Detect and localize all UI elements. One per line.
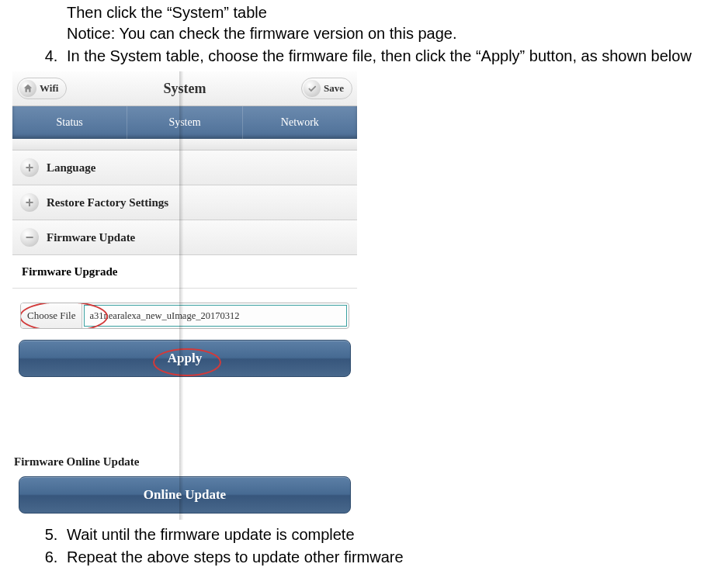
- online-update-button[interactable]: Online Update: [19, 476, 351, 514]
- wifi-label: Wifi: [40, 82, 58, 95]
- plus-icon: +: [20, 158, 39, 177]
- tab-bar: Status System Network: [12, 106, 357, 139]
- save-button[interactable]: Save: [301, 78, 352, 99]
- chosen-file-name: a31nearalexa_new_uImage_20170312: [84, 305, 347, 327]
- acc-language-label: Language: [47, 161, 95, 175]
- acc-restore-label: Restore Factory Settings: [47, 196, 168, 209]
- step6-text: Repeat the above steps to update other f…: [67, 548, 404, 566]
- step-6: Repeat the above steps to update other f…: [62, 547, 717, 568]
- acc-firmware-update[interactable]: − Firmware Update: [12, 220, 357, 255]
- tab-status[interactable]: Status: [12, 106, 127, 139]
- apply-button[interactable]: Apply: [19, 340, 351, 377]
- step5-text: Wait until the firmware update is comple…: [67, 526, 355, 543]
- apply-label: Apply: [168, 351, 202, 366]
- step3-cont-a: Then click the “System” table: [67, 2, 717, 23]
- tab-system[interactable]: System: [127, 106, 241, 139]
- checkmark-icon: [304, 80, 321, 97]
- acc-language[interactable]: + Language: [12, 150, 357, 185]
- step4-text: In the System table, choose the firmware…: [67, 47, 692, 64]
- firmware-online-heading: Firmware Online Update: [12, 451, 357, 473]
- minus-icon: −: [20, 228, 39, 247]
- step-5: Wait until the firmware update is comple…: [62, 524, 717, 545]
- online-update-label: Online Update: [144, 487, 226, 503]
- acc-restore[interactable]: + Restore Factory Settings: [12, 185, 357, 220]
- step3-cont-b: Notice: You can check the firmware versi…: [67, 23, 717, 44]
- home-icon: [19, 80, 36, 97]
- acc-firmware-label: Firmware Update: [47, 231, 135, 244]
- tab-network[interactable]: Network: [243, 106, 357, 139]
- wifi-back-button[interactable]: Wifi: [17, 78, 67, 99]
- firmware-upgrade-heading: Firmware Upgrade: [12, 255, 357, 289]
- step-4: In the System table, choose the firmware…: [62, 46, 717, 67]
- save-label: Save: [324, 82, 344, 95]
- system-settings-app: Wifi System Save Status System Network +…: [12, 71, 357, 520]
- file-chooser-row: Choose File a31nearalexa_new_uImage_2017…: [12, 303, 357, 334]
- plus-icon: +: [20, 193, 39, 212]
- app-header: Wifi System Save: [12, 71, 357, 106]
- choose-file-button[interactable]: Choose File: [21, 303, 82, 328]
